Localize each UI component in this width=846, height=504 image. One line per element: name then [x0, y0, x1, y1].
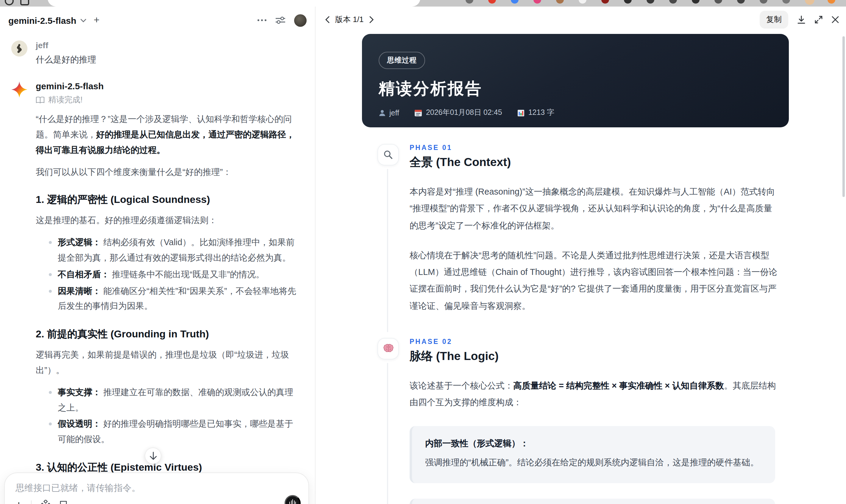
composer-toolbar: +: [16, 499, 67, 504]
message-composer[interactable]: 思维接口已就绪，请传输指令。 +: [4, 472, 309, 504]
sparkle-tools-button[interactable]: [40, 500, 51, 504]
browser-extension-icon[interactable]: [760, 0, 768, 4]
browser-extension-icon[interactable]: [737, 0, 745, 4]
phase-section-logic: PHASE 02 脉络 (The Logic) 该论述基于一个核心公式：高质量结…: [362, 338, 789, 504]
phase-paragraph: 核心情境在于解决“思考的随机性”问题。不论是人类通过批判性思维进行决策，还是大语…: [410, 247, 780, 314]
chat-header: gemini-2.5-flash +: [0, 6, 315, 34]
user-message-author: jeff: [36, 40, 305, 51]
bookmark-button[interactable]: [59, 500, 67, 504]
browser-extension-icon[interactable]: [647, 0, 654, 4]
new-chat-button[interactable]: +: [93, 14, 100, 26]
artifact-actions: 复制: [760, 11, 839, 29]
model-selector[interactable]: gemini-2.5-flash: [8, 15, 76, 25]
browser-extension-icon[interactable]: [556, 0, 564, 4]
user-avatar[interactable]: [294, 14, 306, 26]
version-navigation: 版本 1/1: [325, 14, 374, 25]
download-icon[interactable]: [797, 15, 806, 24]
app-window: gemini-2.5-flash +: [0, 6, 846, 504]
version-label: 版本 1/1: [335, 14, 364, 25]
chat-bullet: 假设透明： 好的推理会明确指明哪些是已知事实，哪些是基于可能的假设。: [49, 417, 300, 448]
browser-extension-icon[interactable]: [782, 0, 790, 4]
browser-extension-icon[interactable]: [488, 0, 496, 4]
scroll-to-bottom-button[interactable]: [145, 448, 161, 464]
chat-section-lead: 这是推理的基石。好的推理必须遵循逻辑法则：: [36, 213, 300, 229]
browser-extension-icon[interactable]: [601, 0, 609, 4]
dimension-card: 内部一致性（形式逻辑）：强调推理的“机械正确”。结论必须在给定的规则系统内逻辑自…: [410, 426, 775, 483]
attach-plus-button[interactable]: +: [16, 499, 22, 504]
book-icon: [36, 96, 45, 104]
browser-extension-icon[interactable]: [715, 0, 722, 4]
browser-extension-icon[interactable]: [579, 0, 586, 4]
report-wordcount: 1213 字: [518, 108, 554, 118]
chevron-down-icon[interactable]: [81, 18, 86, 22]
chat-bullet: 形式逻辑： 结构必须有效（Valid）。比如演绎推理中，如果前提全部为真，那么通…: [49, 235, 300, 266]
person-icon: [378, 109, 386, 116]
gemini-star-icon: [11, 82, 28, 97]
report-hero: 思维过程 精读分析报告 jeff 2026年01月08日 02:45: [362, 34, 789, 127]
version-next-icon[interactable]: [369, 16, 374, 23]
magnifier-icon: [377, 144, 399, 165]
composer-placeholder: 思维接口已就绪，请传输指令。: [16, 483, 298, 494]
artifact-panel: 版本 1/1 复制: [316, 6, 846, 504]
browser-extension-icon[interactable]: [511, 0, 518, 4]
assistant-intro: “什么是好的推理？”这是一个涉及逻辑学、认知科学和哲学核心的问题。简单来说，好的…: [36, 112, 300, 158]
browser-extension-icon[interactable]: [805, 0, 814, 5]
chat-section-lead: 逻辑再完美，如果前提是错误的，推理也是垃圾（即“垃圾进，垃圾出”）。: [36, 347, 300, 378]
artifact-document[interactable]: 思维过程 精读分析报告 jeff 2026年01月08日 02:45: [316, 33, 846, 504]
assistant-status: 精读完成!: [36, 95, 300, 105]
version-prev-icon[interactable]: [325, 16, 330, 23]
brain-icon: [377, 338, 399, 359]
browser-apps-icon[interactable]: [20, 0, 29, 5]
more-options-icon[interactable]: [257, 19, 267, 21]
chat-panel: gemini-2.5-flash +: [0, 6, 316, 504]
bar-chart-icon: [518, 109, 525, 116]
chat-scroll-area[interactable]: jeff 什么是好的推理 gemini-2.5-f: [0, 34, 315, 504]
copy-button[interactable]: 复制: [760, 11, 788, 29]
report-meta: jeff 2026年01月08日 02:45 1213 字: [378, 108, 772, 118]
assistant-sections: 1. 逻辑的严密性 (Logical Soundness)这是推理的基石。好的推…: [36, 193, 300, 504]
arrow-down-icon: [149, 452, 157, 460]
browser-reload-icon[interactable]: [5, 0, 14, 5]
browser-extension-icon[interactable]: [692, 0, 700, 4]
browser-extension-icon[interactable]: [533, 0, 541, 4]
user-message-avatar: [11, 40, 28, 56]
assistant-status-text: 精读完成!: [48, 95, 83, 105]
scrollbar-thumb[interactable]: [842, 36, 845, 197]
artifact-topbar: 版本 1/1 复制: [316, 6, 846, 33]
browser-address-bar[interactable]: [48, 0, 420, 6]
chat-bullet: 不自相矛盾： 推理链条中不能出现“既是又非”的情况。: [49, 267, 300, 283]
browser-extension-icon[interactable]: [624, 0, 632, 4]
dimension-card-text: 强调推理的“机械正确”。结论必须在给定的规则系统内逻辑自洽，这是推理的硬件基础。: [425, 455, 762, 471]
settings-sliders-icon[interactable]: [276, 16, 285, 24]
phase-kicker: PHASE 01: [410, 144, 789, 151]
chat-bullet: 因果清晰： 能准确区分“相关性”和“因果关系”，不会轻率地将先后发生的事情归为因…: [49, 284, 300, 314]
report-title: 精读分析报告: [378, 78, 772, 100]
calendar-icon: [415, 109, 422, 116]
report-badge: 思维过程: [378, 52, 425, 69]
browser-extension-icon[interactable]: [828, 0, 835, 4]
report-date: 2026年01月08日 02:45: [415, 108, 502, 118]
phase-paragraphs: 本内容是对“推理 (Reasoning)”这一抽象概念的高层建模。在知识爆炸与人…: [410, 183, 789, 314]
phase-kicker: PHASE 02: [410, 338, 789, 345]
chat-section-heading: 1. 逻辑的严密性 (Logical Soundness): [36, 193, 300, 207]
phase-title: 全景 (The Context): [410, 154, 789, 170]
assistant-name: gemini-2.5-flash: [36, 81, 305, 92]
logic-formula: 该论述基于一个核心公式：高质量结论 = 结构完整性 × 事实准确性 × 认知自律…: [410, 377, 780, 411]
assistant-lead: 我们可以从以下四个维度来衡量什么是“好的推理”：: [36, 164, 300, 180]
phase-section-context: PHASE 01 全景 (The Context) 本内容是对“推理 (Reas…: [362, 144, 789, 314]
chat-bullet: 事实支撑： 推理建立在可靠的数据、准确的观测或公认的真理之上。: [49, 385, 300, 416]
user-message: jeff 什么是好的推理: [36, 40, 305, 66]
assistant-message: gemini-2.5-flash 精读完成! “什么是好的推理？”这是一个涉及逻…: [36, 81, 305, 504]
dimension-card-title: 内部一致性（形式逻辑）：: [425, 438, 762, 450]
phase-title: 脉络 (The Logic): [410, 348, 789, 364]
toolbar-divider: [31, 500, 32, 504]
screen: gemini-2.5-flash +: [0, 0, 846, 504]
user-message-text: 什么是好的推理: [36, 54, 305, 66]
dimension-card: 外部真实性（前提基础）：强调推理的“经验校准”。解决“GIGO（垃圾进，垃圾出）…: [410, 499, 775, 504]
fullscreen-icon[interactable]: [814, 16, 823, 24]
browser-toolbar: [0, 0, 846, 6]
voice-input-button[interactable]: [285, 495, 301, 504]
browser-extension-icon[interactable]: [465, 0, 473, 4]
browser-extension-icon[interactable]: [669, 0, 677, 4]
close-icon[interactable]: [832, 16, 839, 23]
